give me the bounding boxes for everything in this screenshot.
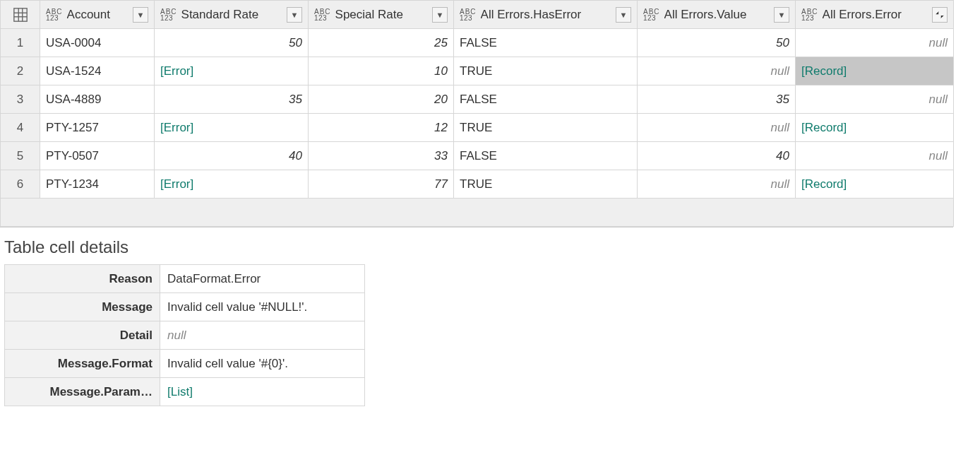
any-type-icon: ABC123 bbox=[460, 8, 477, 21]
cell-error[interactable]: null bbox=[796, 85, 954, 114]
cell-error[interactable]: null bbox=[796, 142, 954, 170]
column-header-special-rate[interactable]: ABC123 Special Rate ▼ bbox=[309, 1, 454, 29]
expand-column-button[interactable] bbox=[932, 7, 948, 23]
column-header-account[interactable]: ABC123 Account ▼ bbox=[40, 1, 155, 29]
column-header-error[interactable]: ABC123 All Errors.Error bbox=[796, 1, 954, 29]
table-row[interactable]: 5PTY-05074033FALSE40null bbox=[1, 142, 954, 170]
cell-error[interactable]: [Record] bbox=[796, 57, 954, 85]
record-link[interactable]: [Error] bbox=[160, 64, 193, 78]
null-value: null bbox=[929, 36, 948, 49]
cell-has-error[interactable]: TRUE bbox=[454, 170, 638, 199]
row-number[interactable]: 5 bbox=[1, 142, 40, 170]
table-row[interactable]: 1USA-00045025FALSE50null bbox=[1, 29, 954, 57]
cell-has-error[interactable]: TRUE bbox=[454, 114, 638, 142]
cell-value[interactable]: null bbox=[638, 114, 796, 142]
cell-value[interactable]: null bbox=[638, 57, 796, 85]
cell-account[interactable]: PTY-1257 bbox=[40, 114, 155, 142]
table-row[interactable]: 4PTY-1257[Error]12TRUEnull[Record] bbox=[1, 114, 954, 142]
record-link[interactable]: [Error] bbox=[160, 177, 193, 191]
cell-standard-rate[interactable]: [Error] bbox=[155, 57, 309, 85]
cell-special-rate[interactable]: 25 bbox=[309, 29, 454, 57]
row-number[interactable]: 4 bbox=[1, 114, 40, 142]
details-value[interactable]: [List] bbox=[160, 378, 365, 406]
cell-account[interactable]: USA-4889 bbox=[40, 85, 155, 114]
row-number[interactable]: 6 bbox=[1, 170, 40, 199]
any-type-icon: ABC123 bbox=[643, 8, 660, 21]
filter-dropdown-button[interactable]: ▼ bbox=[287, 7, 302, 23]
cell-has-error[interactable]: FALSE bbox=[454, 142, 638, 170]
column-name: All Errors.HasError bbox=[481, 8, 613, 22]
record-link[interactable]: [Record] bbox=[801, 64, 847, 78]
cell-has-error[interactable]: TRUE bbox=[454, 57, 638, 85]
null-value: null bbox=[929, 93, 948, 106]
table-select-all[interactable] bbox=[1, 1, 40, 29]
details-key: Message bbox=[5, 293, 160, 321]
record-link[interactable]: [Error] bbox=[160, 121, 193, 134]
svg-rect-0 bbox=[13, 8, 26, 20]
cell-account[interactable]: USA-1524 bbox=[40, 57, 155, 85]
any-type-icon: ABC123 bbox=[314, 8, 331, 21]
details-key: Detail bbox=[5, 321, 160, 350]
any-type-icon: ABC123 bbox=[160, 8, 177, 21]
cell-has-error[interactable]: FALSE bbox=[454, 85, 638, 114]
row-number[interactable]: 3 bbox=[1, 85, 40, 114]
filter-dropdown-button[interactable]: ▼ bbox=[133, 7, 148, 23]
cell-account[interactable]: USA-0004 bbox=[40, 29, 155, 57]
cell-error[interactable]: [Record] bbox=[796, 170, 954, 199]
cell-value[interactable]: null bbox=[638, 170, 796, 199]
table-row[interactable]: 3USA-48893520FALSE35null bbox=[1, 85, 954, 114]
cell-account[interactable]: PTY-1234 bbox=[40, 170, 155, 199]
cell-standard-rate[interactable]: 35 bbox=[155, 85, 309, 114]
cell-special-rate[interactable]: 77 bbox=[309, 170, 454, 199]
any-type-icon: ABC123 bbox=[46, 8, 63, 21]
row-number[interactable]: 1 bbox=[1, 29, 40, 57]
cell-value[interactable]: 40 bbox=[638, 142, 796, 170]
details-row: ReasonDataFormat.Error bbox=[5, 265, 365, 293]
cell-value[interactable]: 50 bbox=[638, 29, 796, 57]
cell-special-rate[interactable]: 33 bbox=[309, 142, 454, 170]
cell-has-error[interactable]: FALSE bbox=[454, 29, 638, 57]
column-name: Standard Rate bbox=[181, 8, 284, 22]
details-key: Reason bbox=[5, 265, 160, 293]
column-name: Account bbox=[67, 8, 130, 22]
cell-special-rate[interactable]: 10 bbox=[309, 57, 454, 85]
cell-standard-rate[interactable]: 50 bbox=[155, 29, 309, 57]
table-icon bbox=[13, 7, 28, 23]
details-row: Message.FormatInvalid cell value '#{0}'. bbox=[5, 350, 365, 378]
list-link[interactable]: [List] bbox=[167, 385, 193, 398]
details-key: Message.Param… bbox=[5, 378, 160, 406]
null-value: null bbox=[771, 121, 789, 134]
null-value: null bbox=[771, 177, 789, 191]
details-value[interactable]: DataFormat.Error bbox=[160, 265, 365, 293]
cell-standard-rate[interactable]: [Error] bbox=[155, 114, 309, 142]
column-header-value[interactable]: ABC123 All Errors.Value ▼ bbox=[638, 1, 796, 29]
filter-dropdown-button[interactable]: ▼ bbox=[432, 7, 448, 23]
cell-error[interactable]: [Record] bbox=[796, 114, 954, 142]
column-header-has-error[interactable]: ABC123 All Errors.HasError ▼ bbox=[454, 1, 638, 29]
table-row[interactable]: 6PTY-1234[Error]77TRUEnull[Record] bbox=[1, 170, 954, 199]
cell-account[interactable]: PTY-0507 bbox=[40, 142, 155, 170]
filter-dropdown-button[interactable]: ▼ bbox=[616, 7, 631, 23]
data-grid: ABC123 Account ▼ ABC123 Standard Rate ▼ … bbox=[0, 0, 954, 227]
cell-special-rate[interactable]: 12 bbox=[309, 114, 454, 142]
cell-error[interactable]: null bbox=[796, 29, 954, 57]
table-row[interactable]: 2USA-1524[Error]10TRUEnull[Record] bbox=[1, 57, 954, 85]
record-link[interactable]: [Record] bbox=[801, 177, 847, 191]
details-value[interactable]: null bbox=[160, 321, 365, 350]
details-value[interactable]: Invalid cell value '#{0}'. bbox=[160, 350, 365, 378]
null-value: null bbox=[929, 149, 948, 162]
column-name: All Errors.Value bbox=[664, 8, 771, 22]
cell-details-table: ReasonDataFormat.ErrorMessageInvalid cel… bbox=[4, 264, 365, 406]
cell-special-rate[interactable]: 20 bbox=[309, 85, 454, 114]
details-row: Message.Param…[List] bbox=[5, 378, 365, 406]
expand-icon bbox=[935, 10, 945, 20]
cell-standard-rate[interactable]: 40 bbox=[155, 142, 309, 170]
column-header-standard-rate[interactable]: ABC123 Standard Rate ▼ bbox=[155, 1, 309, 29]
record-link[interactable]: [Record] bbox=[801, 121, 847, 134]
details-value[interactable]: Invalid cell value '#NULL!'. bbox=[160, 293, 365, 321]
cell-value[interactable]: 35 bbox=[638, 85, 796, 114]
row-number[interactable]: 2 bbox=[1, 57, 40, 85]
filter-dropdown-button[interactable]: ▼ bbox=[774, 7, 789, 23]
details-row: MessageInvalid cell value '#NULL!'. bbox=[5, 293, 365, 321]
cell-standard-rate[interactable]: [Error] bbox=[155, 170, 309, 199]
